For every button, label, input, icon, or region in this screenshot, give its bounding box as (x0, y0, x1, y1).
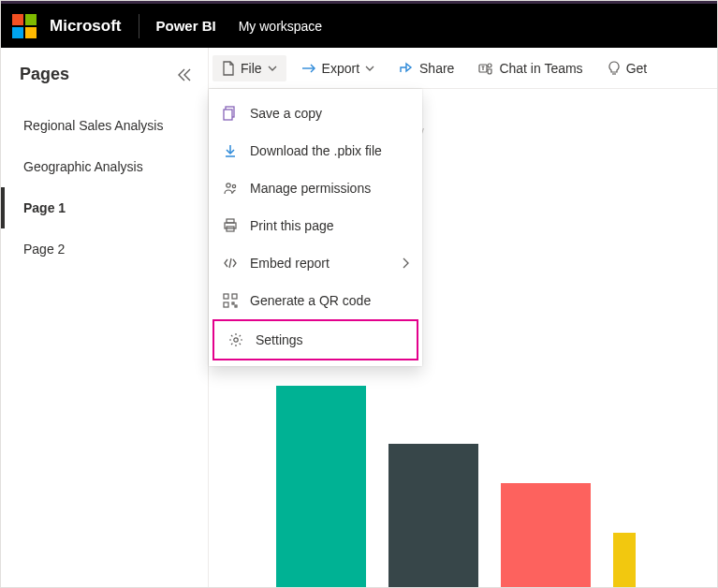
download-icon (222, 143, 239, 158)
share-label: Share (419, 61, 454, 76)
export-label: Export (322, 61, 359, 76)
share-icon (399, 62, 414, 75)
get-label: Get (626, 61, 648, 76)
svg-point-1 (488, 64, 491, 67)
divider (139, 14, 139, 38)
svg-point-14 (234, 338, 238, 342)
chevron-right-icon (402, 257, 409, 269)
lightbulb-icon (608, 61, 621, 76)
global-header: Microsoft Power BI My workspace (1, 1, 717, 48)
svg-point-4 (227, 184, 230, 187)
print-icon (222, 218, 239, 233)
svg-rect-9 (224, 294, 228, 299)
svg-rect-12 (232, 302, 234, 304)
people-icon (222, 181, 239, 196)
chat-in-teams-button[interactable]: Chat in Teams (469, 55, 592, 81)
menu-item-label: Generate a QR code (250, 293, 371, 308)
file-dropdown: Save a copy Download the .pbix file Mana… (209, 89, 422, 366)
microsoft-label: Microsoft (50, 17, 122, 36)
menu-item-permissions[interactable]: Manage permissions (209, 169, 422, 207)
svg-point-5 (232, 184, 235, 187)
qr-icon (222, 293, 239, 308)
menu-item-label: Save a copy (250, 106, 322, 121)
svg-rect-13 (235, 305, 237, 307)
file-menu-button[interactable]: File (212, 55, 286, 81)
chevron-down-icon (268, 66, 277, 71)
menu-item-label: Embed report (250, 256, 330, 271)
chevron-down-icon (365, 66, 374, 71)
report-toolbar: File Export (209, 48, 717, 89)
menu-item-label: Manage permissions (250, 181, 371, 196)
pages-sidebar: Pages Regional Sales Analysis Geographic… (1, 48, 209, 587)
svg-rect-11 (224, 302, 228, 307)
page-list: Regional Sales Analysis Geographic Analy… (1, 105, 208, 270)
export-menu-button[interactable]: Export (292, 55, 384, 81)
save-copy-icon (222, 106, 239, 121)
export-icon (301, 62, 316, 75)
menu-item-label: Print this page (250, 218, 334, 233)
chart-bar (501, 483, 591, 587)
menu-item-label: Download the .pbix file (250, 143, 382, 158)
page-item[interactable]: Page 2 (1, 228, 208, 270)
page-item[interactable]: Regional Sales Analysis (1, 105, 208, 146)
page-item-active[interactable]: Page 1 (1, 187, 208, 228)
chart-bar (276, 386, 366, 587)
menu-item-label: Settings (256, 332, 303, 347)
get-insights-button[interactable]: Get (598, 55, 657, 81)
gear-icon (227, 332, 244, 347)
code-icon (222, 256, 239, 271)
chart-bar (613, 533, 636, 587)
menu-item-print[interactable]: Print this page (209, 207, 422, 244)
microsoft-logo-icon (12, 14, 37, 38)
bar-chart (276, 386, 636, 587)
menu-item-download[interactable]: Download the .pbix file (209, 132, 422, 169)
page-item[interactable]: Geographic Analysis (1, 146, 208, 187)
menu-item-save-copy[interactable]: Save a copy (209, 95, 422, 132)
svg-rect-10 (232, 294, 237, 299)
chat-label: Chat in Teams (499, 61, 582, 76)
svg-rect-6 (227, 219, 234, 223)
menu-item-settings[interactable]: Settings (212, 319, 418, 360)
product-name[interactable]: Power BI (156, 18, 216, 34)
share-button[interactable]: Share (389, 55, 463, 81)
workspace-breadcrumb[interactable]: My workspace (239, 19, 322, 34)
teams-icon (478, 61, 493, 76)
sidebar-title: Pages (20, 65, 69, 84)
document-icon (222, 61, 235, 76)
collapse-sidebar-icon[interactable] (176, 68, 193, 81)
menu-item-embed[interactable]: Embed report (209, 244, 422, 282)
menu-item-qr[interactable]: Generate a QR code (209, 282, 422, 319)
chart-bar (388, 444, 478, 587)
file-label: File (241, 61, 262, 76)
svg-rect-3 (224, 110, 232, 120)
